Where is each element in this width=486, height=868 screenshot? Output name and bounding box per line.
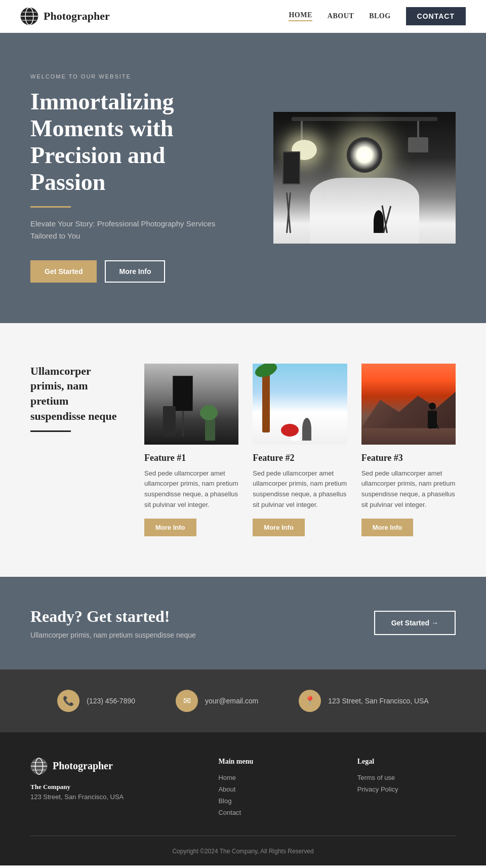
- hero-content: WELCOME TO OUR WEBSITE Immortalizing Mom…: [30, 73, 223, 283]
- feature-title-1: Feature #1: [144, 453, 238, 463]
- nav-blog[interactable]: BLOG: [369, 12, 390, 20]
- studio-photo-1: [144, 364, 238, 445]
- features-heading: Ullamcorper primis, nam pretium suspendi…: [30, 364, 124, 424]
- hero-buttons: Get Started More Info: [30, 260, 223, 283]
- feature-card-2: Feature #2 Sed pede ullamcorper amet ull…: [253, 364, 347, 536]
- footer-top: Photographer The Company 123 Street, San…: [30, 758, 456, 836]
- feature-more-info-2[interactable]: More Info: [253, 519, 305, 536]
- hero-image: [273, 112, 456, 244]
- footer-link-blog[interactable]: Blog: [218, 797, 316, 805]
- footer-copyright: Copyright ©2024 The Company, All Rights …: [172, 848, 313, 855]
- cta-section: Ready? Get started! Ullamcorper primis, …: [0, 577, 486, 669]
- nav-home[interactable]: HOME: [289, 11, 312, 21]
- cta-get-started-button[interactable]: Get Started →: [374, 611, 456, 635]
- location-icon: 📍: [299, 690, 321, 712]
- features-left: Ullamcorper primis, nam pretium suspendi…: [30, 364, 124, 432]
- hero-section: WELCOME TO OUR WEBSITE Immortalizing Mom…: [0, 33, 486, 323]
- footer-brand-name: Photographer: [53, 760, 113, 772]
- footer-address: 123 Street, San Francisco, USA: [30, 793, 178, 801]
- feature-desc-3: Sed pede ullamcorper amet ullamcorper pr…: [361, 468, 456, 510]
- footer-main-menu: Main menu Home About Blog Contact: [218, 758, 316, 820]
- hero-welcome: WELCOME TO OUR WEBSITE: [30, 73, 223, 80]
- navbar: Photographer HOME ABOUT BLOG CONTACT: [0, 0, 486, 33]
- contact-button[interactable]: CONTACT: [406, 7, 466, 25]
- features-section: Ullamcorper primis, nam pretium suspendi…: [0, 323, 486, 577]
- hero-divider: [30, 206, 71, 208]
- brand-name: Photographer: [44, 10, 110, 23]
- nav-about[interactable]: ABOUT: [328, 12, 354, 20]
- footer: Photographer The Company 123 Street, San…: [0, 732, 486, 865]
- feature-more-info-3[interactable]: More Info: [361, 519, 414, 536]
- footer-company: The Company: [30, 783, 178, 791]
- get-started-button[interactable]: Get Started: [30, 260, 97, 283]
- footer-link-privacy[interactable]: Privacy Policy: [357, 785, 456, 793]
- footer-legal-title: Legal: [357, 758, 456, 766]
- nav-links: HOME ABOUT BLOG CONTACT: [289, 7, 466, 25]
- contact-email: ✉ your@email.com: [176, 690, 258, 712]
- contact-phone: 📞 (123) 456-7890: [57, 690, 135, 712]
- footer-link-terms[interactable]: Terms of use: [357, 774, 456, 781]
- phone-text: (123) 456-7890: [87, 697, 135, 705]
- feature-image-2: [253, 364, 347, 445]
- logo-icon: [20, 7, 38, 25]
- studio-photo: [273, 112, 456, 244]
- feature-more-info-1[interactable]: More Info: [144, 519, 196, 536]
- cta-subtext: Ullamcorper primis, nam pretium suspendi…: [30, 631, 196, 639]
- footer-link-contact[interactable]: Contact: [218, 809, 316, 816]
- feature-desc-2: Sed pede ullamcorper amet ullamcorper pr…: [253, 468, 347, 510]
- cta-left: Ready? Get started! Ullamcorper primis, …: [30, 607, 196, 639]
- features-inner: Ullamcorper primis, nam pretium suspendi…: [30, 364, 456, 536]
- contact-address: 📍 123 Street, San Francisco, USA: [299, 690, 428, 712]
- features-cards: Feature #1 Sed pede ullamcorper amet ull…: [144, 364, 456, 536]
- feature-title-2: Feature #2: [253, 453, 347, 463]
- footer-link-home[interactable]: Home: [218, 774, 316, 781]
- hero-title: Immortalizing Moments with Precision and…: [30, 89, 223, 196]
- footer-brand: Photographer The Company 123 Street, San…: [30, 758, 178, 820]
- cta-heading: Ready? Get started!: [30, 607, 196, 626]
- more-info-button[interactable]: More Info: [105, 260, 165, 283]
- footer-main-menu-title: Main menu: [218, 758, 316, 766]
- feature-title-3: Feature #3: [361, 453, 456, 463]
- footer-logo: Photographer: [30, 758, 178, 775]
- logo[interactable]: Photographer: [20, 7, 110, 25]
- feature-image-1: [144, 364, 238, 445]
- footer-logo-icon: [30, 758, 48, 775]
- footer-bottom: Copyright ©2024 The Company, All Rights …: [30, 836, 456, 855]
- feature-card-1: Feature #1 Sed pede ullamcorper amet ull…: [144, 364, 238, 536]
- footer-link-about[interactable]: About: [218, 785, 316, 793]
- features-divider: [30, 430, 71, 432]
- phone-icon: 📞: [57, 690, 79, 712]
- email-icon: ✉: [176, 690, 198, 712]
- feature-image-3: [361, 364, 456, 445]
- feature-desc-1: Sed pede ullamcorper amet ullamcorper pr…: [144, 468, 238, 510]
- address-text: 123 Street, San Francisco, USA: [328, 697, 428, 705]
- hero-subtitle: Elevate Your Story: Professional Photogr…: [30, 218, 223, 242]
- feature-card-3: Feature #3 Sed pede ullamcorper amet ull…: [361, 364, 456, 536]
- contact-bar: 📞 (123) 456-7890 ✉ your@email.com 📍 123 …: [0, 669, 486, 732]
- footer-legal: Legal Terms of use Privacy Policy: [357, 758, 456, 820]
- email-text: your@email.com: [205, 697, 258, 705]
